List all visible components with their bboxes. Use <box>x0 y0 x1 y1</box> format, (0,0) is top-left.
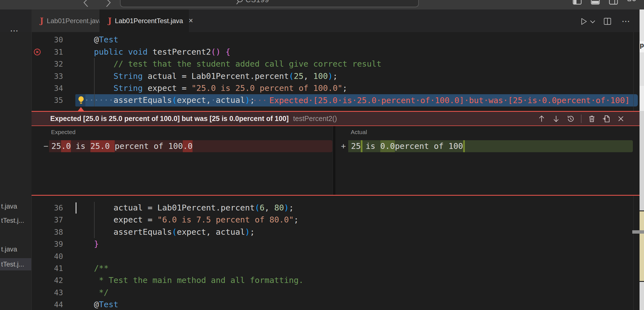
line-number[interactable]: 33 <box>32 70 63 82</box>
sidebar-item[interactable]: t.java <box>1 200 17 212</box>
line-number[interactable]: 37 <box>32 214 63 226</box>
line-number[interactable]: 41 <box>32 262 63 274</box>
back-icon[interactable] <box>81 0 91 7</box>
code-token: ······ <box>84 95 114 105</box>
code-token: ( <box>172 227 177 237</box>
code-token: actual <box>216 95 245 105</box>
line-number[interactable]: 32 <box>32 58 63 70</box>
sidebar-item[interactable]: t.java <box>1 243 17 255</box>
code-line-43[interactable]: */ <box>75 287 109 299</box>
code-line-41[interactable]: /** <box>75 262 109 274</box>
code-token: ( <box>289 71 294 81</box>
test-history-icon[interactable] <box>565 113 576 124</box>
run-dropdown-chevron-icon[interactable] <box>589 20 596 24</box>
code-token: expect, <box>177 95 211 105</box>
code-token: "6.0 is 7.5 percent of 80.0" <box>157 215 294 224</box>
lightbulb-icon[interactable] <box>77 96 85 105</box>
toggle-panel-icon[interactable] <box>591 0 600 5</box>
line-number[interactable]: 34 <box>32 82 63 94</box>
vscode-window: CS199 ⋯ J Lab01Percent.java J Lab01Perce… <box>0 0 644 310</box>
actual-value: 25 is 0.0percent of 100 <box>351 140 463 152</box>
code-line-37[interactable]: expect = "6.0 is 7.5 percent of 80.0"; <box>75 214 299 226</box>
peek-title: Expected [25.0 is 25.0 percent of 100.0]… <box>50 115 289 123</box>
code-token: // test that the student added call give… <box>114 59 381 69</box>
code-token: ; <box>333 71 337 81</box>
line-number[interactable]: 39 <box>32 238 63 250</box>
code-line-44[interactable]: @Test <box>75 299 118 310</box>
code-token: ) <box>328 71 333 81</box>
code-token: ( <box>255 203 259 212</box>
code-line-39[interactable]: } <box>75 238 99 250</box>
scrollbar-track-edge <box>633 32 634 111</box>
code-token: ( <box>172 95 177 105</box>
code-line-33[interactable]: String actual = Lab01Percent.percent(25,… <box>75 70 338 82</box>
code-token: testPercent2 <box>148 47 211 57</box>
code-token: 25 <box>294 71 304 81</box>
code-token: "25.0 is 25.0 percent of 100.0" <box>191 83 342 93</box>
code-token: } <box>75 239 99 249</box>
code-token: , <box>304 71 313 81</box>
line-number[interactable]: 30 <box>32 34 63 46</box>
clear-results-trash-icon[interactable] <box>587 113 597 124</box>
code-token: { <box>225 47 230 57</box>
background-window-sliver <box>640 52 644 86</box>
line-number[interactable]: 36 <box>32 202 63 214</box>
code-line-31[interactable]: public void testPercent2() { <box>75 46 230 58</box>
tab-overflow-area: ⋯ <box>0 9 32 32</box>
sidebar-item[interactable]: tTest.j... <box>1 214 24 227</box>
editor-more-actions-icon[interactable]: ⋯ <box>622 16 631 26</box>
go-to-file-icon[interactable] <box>601 113 612 124</box>
code-token: Test <box>99 300 118 309</box>
scrollbar-track-edge <box>633 196 634 310</box>
code-token: @ <box>75 300 99 309</box>
inline-test-error-message: Expected·[25.0·is·25.0·percent·of·100.0]… <box>269 94 630 106</box>
code-token: ; <box>289 203 294 212</box>
toggle-sidebar-right-icon[interactable] <box>609 0 618 5</box>
diff-char-highlight <box>463 140 465 152</box>
tab-lab01percent[interactable]: J Lab01Percent.java <box>32 9 99 32</box>
code-line-34[interactable]: String expect = "25.0 is 25.0 percent of… <box>75 82 347 94</box>
code-token: String <box>114 71 143 81</box>
customize-layout-icon[interactable] <box>627 0 636 5</box>
code-line-32[interactable]: // test that the student added call give… <box>75 58 381 70</box>
code-token: 80 <box>274 203 284 212</box>
line-number[interactable]: 42 <box>32 274 63 286</box>
test-failure-icon[interactable] <box>33 48 41 56</box>
line-number[interactable]: 38 <box>32 226 63 238</box>
code-token: ) <box>245 227 250 237</box>
peek-context: testPercent2() <box>293 115 337 123</box>
code-token <box>75 83 114 93</box>
split-editor-icon[interactable] <box>603 17 612 26</box>
line-number[interactable]: 35 <box>32 94 63 106</box>
run-button[interactable] <box>579 17 588 26</box>
actual-pane-label: Actual <box>351 129 367 135</box>
diff-split-sash[interactable] <box>333 126 335 195</box>
tab-label: Lab01Percent.java <box>47 17 103 25</box>
background-window-sliver <box>640 9 644 41</box>
code-line-35[interactable]: ······assertEquals(expect,·actual); <box>75 94 255 106</box>
code-token <box>75 47 94 57</box>
code-token: assertEquals <box>75 227 172 237</box>
line-number[interactable]: 43 <box>32 287 63 299</box>
code-token: actual = Lab01Percent.percent <box>75 203 255 212</box>
code-line-42[interactable]: * Test the main method and all formattin… <box>75 274 304 286</box>
peek-diff-body <box>32 126 640 195</box>
command-center-search[interactable] <box>120 0 419 7</box>
sidebar-item[interactable]: tTest.j... <box>1 258 24 270</box>
toggle-sidebar-left-icon[interactable] <box>573 0 582 5</box>
previous-failure-icon[interactable] <box>536 113 547 124</box>
forward-icon[interactable] <box>103 0 113 7</box>
line-number[interactable]: 40 <box>32 250 63 262</box>
code-token <box>75 59 114 69</box>
tab-lab01percenttest[interactable]: J Lab01PercentTest.java × <box>100 9 189 32</box>
code-token: 100 <box>313 71 328 81</box>
line-number[interactable]: 44 <box>32 299 63 310</box>
code-line-30[interactable]: @Test <box>75 34 118 46</box>
code-line-38[interactable]: assertEquals(expect, actual); <box>75 226 255 238</box>
code-line-36[interactable]: actual = Lab01Percent.percent(6, 80); <box>75 202 294 214</box>
close-peek-icon[interactable] <box>616 113 626 124</box>
side-panel: t.javatTest.j...t.javatTest.j... <box>0 32 32 310</box>
whitespace-dots: ···· <box>247 94 267 106</box>
next-failure-icon[interactable] <box>551 113 561 124</box>
close-tab-icon[interactable]: × <box>189 16 193 25</box>
